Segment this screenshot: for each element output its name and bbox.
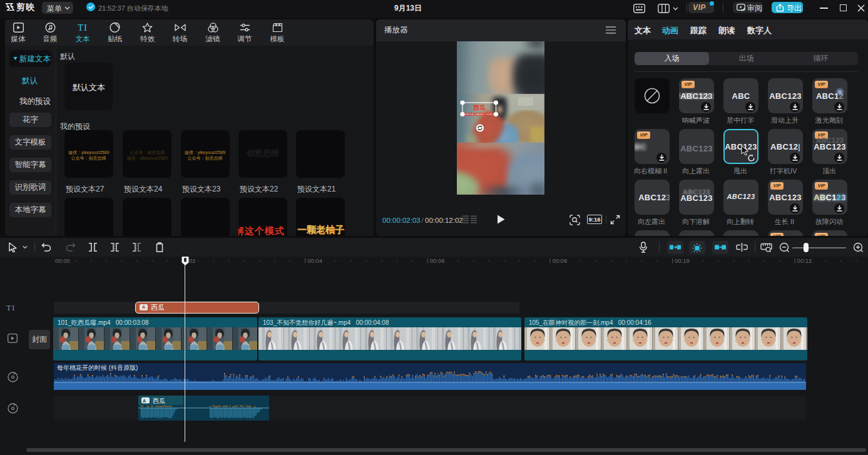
svg-text:00:04: 00:04	[307, 257, 322, 264]
svg-text:02: 02	[189, 257, 196, 264]
svg-text:A: A	[143, 399, 146, 403]
svg-text:watermelon: watermelon	[462, 110, 496, 117]
svg-text:00:00: 00:00	[55, 257, 70, 264]
svg-text:00:08: 00:08	[552, 257, 567, 264]
svg-text:00:10: 00:10	[675, 257, 690, 264]
svg-text:00:06: 00:06	[430, 257, 445, 264]
svg-text:西瓜: 西瓜	[153, 397, 165, 404]
svg-text:00:12: 00:12	[797, 257, 812, 264]
svg-text:每年桃花开的时候 (抖音原版): 每年桃花开的时候 (抖音原版)	[57, 364, 138, 371]
